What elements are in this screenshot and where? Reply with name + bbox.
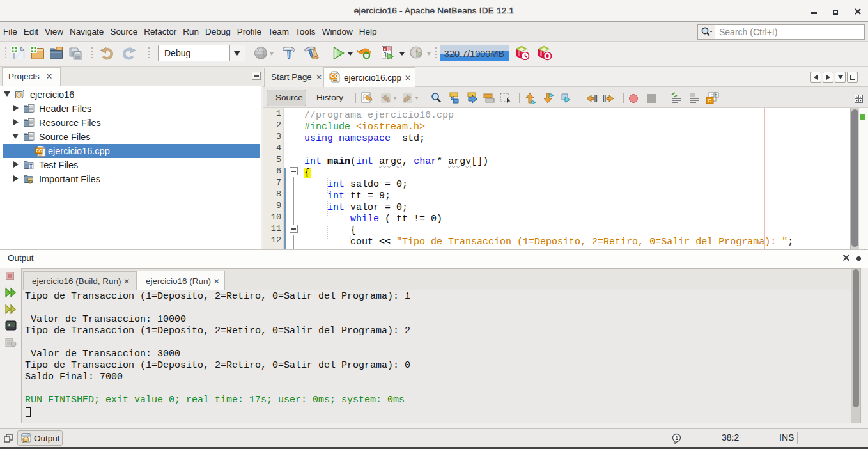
svg-text:h: h bbox=[715, 93, 718, 97]
svg-text:CC: CC bbox=[330, 73, 338, 79]
svg-text:CC: CC bbox=[36, 148, 42, 154]
svg-text:3: 3 bbox=[384, 51, 387, 58]
svg-text:C: C bbox=[708, 98, 711, 104]
svg-text:1: 1 bbox=[675, 435, 678, 441]
